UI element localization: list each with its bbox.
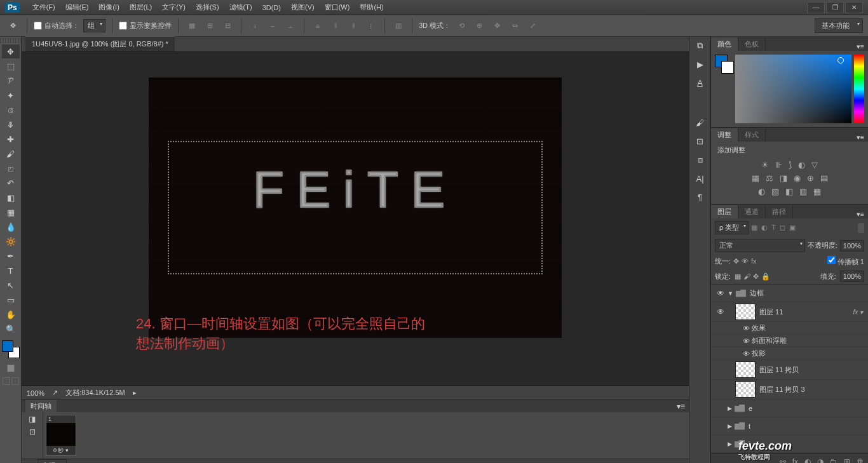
- play-icon[interactable]: ▶: [697, 60, 703, 69]
- styles-tab[interactable]: 样式: [738, 128, 766, 142]
- invert-icon[interactable]: ◐: [758, 187, 765, 196]
- 3d-roll-icon[interactable]: ⊕: [472, 19, 486, 33]
- filter-toggle[interactable]: [858, 223, 864, 233]
- propagate-checkbox[interactable]: 传播帧 1: [827, 256, 864, 267]
- lock-position-icon[interactable]: ✥: [753, 272, 759, 281]
- marquee-tool[interactable]: ⬚: [2, 59, 20, 73]
- layer-row[interactable]: 图层 11 拷贝 3: [711, 380, 868, 399]
- filter-type-icon[interactable]: T: [771, 224, 776, 232]
- auto-select-checkbox[interactable]: 自动选择：: [34, 21, 79, 30]
- align-center-icon[interactable]: ⫟: [266, 19, 280, 33]
- timeline-menu-icon[interactable]: ▾≡: [677, 402, 685, 411]
- screen-mode-toggle[interactable]: [0, 377, 21, 385]
- layer-row[interactable]: 图层 11 拷贝: [711, 360, 868, 380]
- filter-smart-icon[interactable]: ▣: [789, 224, 796, 232]
- posterize-icon[interactable]: ▧: [771, 187, 779, 196]
- gradient-tool[interactable]: ▦: [2, 205, 20, 219]
- blur-tool[interactable]: 💧: [2, 220, 20, 234]
- character-icon[interactable]: A: [697, 78, 703, 88]
- show-transform-checkbox[interactable]: 显示变换控件: [119, 21, 172, 30]
- filter-pixel-icon[interactable]: ▦: [751, 224, 757, 232]
- lock-all-icon[interactable]: 🔒: [761, 272, 770, 281]
- channel-mixer-icon[interactable]: ⊕: [807, 173, 814, 183]
- auto-select-dropdown[interactable]: 组: [83, 19, 105, 32]
- lasso-tool[interactable]: 𝓟: [2, 74, 20, 88]
- menu-window[interactable]: 窗口(W): [320, 3, 355, 12]
- lookup-icon[interactable]: ▤: [820, 173, 828, 183]
- layer-mask-icon[interactable]: ◐: [804, 457, 811, 464]
- delete-frame-button[interactable]: 🗑: [171, 461, 182, 464]
- color-fg-bg[interactable]: [715, 55, 733, 123]
- panel-menu-icon[interactable]: ▾≡: [853, 210, 868, 218]
- align-left-icon[interactable]: ⫞: [248, 19, 262, 33]
- layer-group[interactable]: 👁 ▼ 边框: [711, 285, 868, 302]
- delete-layer-icon[interactable]: 🗑: [857, 457, 864, 464]
- play-button[interactable]: ▶: [105, 461, 116, 464]
- menu-3d[interactable]: 3D(D): [257, 4, 286, 11]
- type-tool[interactable]: T: [2, 264, 20, 278]
- layer-group[interactable]: ▶ e: [711, 399, 868, 417]
- shape-tool[interactable]: ▭: [2, 293, 20, 307]
- document-tab[interactable]: 1U45UV8-1.jpg @ 100% (图层 0, RGB/8#) *: [25, 36, 175, 51]
- menu-file[interactable]: 文件(F): [27, 3, 60, 12]
- eyedropper-tool[interactable]: ⤋: [2, 117, 20, 131]
- selective-color-icon[interactable]: ▦: [813, 187, 821, 196]
- loop-dropdown[interactable]: 永远: [37, 459, 67, 463]
- hand-tool[interactable]: ✋: [2, 307, 20, 321]
- align-right-icon[interactable]: ⫠: [283, 19, 297, 33]
- auto-align-icon[interactable]: ▥: [391, 19, 405, 33]
- healing-tool[interactable]: ✚: [2, 132, 20, 146]
- menu-select[interactable]: 选择(S): [191, 3, 224, 12]
- history-icon[interactable]: ⧉: [697, 41, 703, 51]
- menu-help[interactable]: 帮助(H): [355, 3, 388, 12]
- move-tool[interactable]: ✥: [2, 44, 20, 58]
- curves-icon[interactable]: ⟆: [789, 160, 792, 170]
- layer-fx-icon[interactable]: fx: [792, 457, 798, 464]
- bw-icon[interactable]: ◨: [780, 173, 787, 183]
- menu-edit[interactable]: 编辑(E): [60, 3, 94, 12]
- menu-filter[interactable]: 滤镜(T): [224, 3, 257, 12]
- panel-menu-icon[interactable]: ▾≡: [853, 133, 868, 142]
- doc-info[interactable]: 文档:834.1K/12.5M: [65, 388, 125, 398]
- stamp-tool[interactable]: ⏍: [2, 161, 20, 175]
- layer-row[interactable]: 👁 图层 11 fx ▾: [711, 302, 868, 322]
- threshold-icon[interactable]: ◧: [785, 187, 793, 196]
- gradient-map-icon[interactable]: ▥: [799, 187, 807, 196]
- color-swatches[interactable]: [2, 340, 20, 358]
- clone-source-icon[interactable]: ⧈: [698, 155, 703, 165]
- timeline-toggle-icon[interactable]: ◨: [29, 415, 36, 424]
- minimize-button[interactable]: —: [807, 2, 825, 13]
- new-layer-icon[interactable]: ⊞: [844, 457, 850, 464]
- path-select-tool[interactable]: ↖: [2, 278, 20, 292]
- 3d-rotate-icon[interactable]: ⟲: [454, 19, 468, 33]
- distribute-icon[interactable]: ⫵: [346, 19, 360, 33]
- menu-type[interactable]: 文字(Y): [157, 3, 191, 12]
- 3d-pan-icon[interactable]: ✥: [490, 19, 504, 33]
- timeline-frame[interactable]: 1 0 秒 ▾: [46, 415, 76, 456]
- brush-panel-icon[interactable]: 🖌: [696, 118, 704, 128]
- brush-tool[interactable]: 🖌: [2, 147, 20, 161]
- align-icon[interactable]: ▦: [185, 19, 199, 33]
- new-group-icon[interactable]: 🗀: [830, 457, 837, 464]
- next-frame-button[interactable]: ▶|: [121, 461, 133, 464]
- brush-presets-icon[interactable]: ⊡: [696, 137, 703, 146]
- canvas-area[interactable]: FEiTE 24. 窗口—时间轴设置如图（可以完全照自己的 想法制作动画）: [22, 52, 689, 386]
- panel-menu-icon[interactable]: ▾≡: [853, 43, 868, 51]
- menu-image[interactable]: 图像(I): [93, 3, 124, 12]
- align-icon[interactable]: ⊟: [220, 19, 234, 33]
- export-icon[interactable]: ↗: [52, 389, 58, 397]
- eraser-tool[interactable]: ◧: [2, 191, 20, 205]
- maximize-button[interactable]: ❐: [826, 2, 844, 13]
- vibrance-icon[interactable]: ▽: [811, 160, 818, 170]
- 3d-slide-icon[interactable]: ⇔: [508, 19, 522, 33]
- pen-tool[interactable]: ✒: [2, 249, 20, 263]
- filter-shape-icon[interactable]: ◻: [780, 224, 785, 232]
- workspace-switcher[interactable]: 基本功能: [815, 18, 863, 33]
- visibility-toggle[interactable]: 👁: [714, 289, 728, 298]
- blend-mode-dropdown[interactable]: 正常: [715, 239, 805, 252]
- visibility-toggle[interactable]: 👁: [714, 307, 728, 316]
- color-field[interactable]: [735, 55, 851, 123]
- adjustments-tab[interactable]: 调整: [711, 128, 738, 142]
- magic-wand-tool[interactable]: ✦: [2, 88, 20, 102]
- paragraph-icon[interactable]: A|: [696, 174, 703, 184]
